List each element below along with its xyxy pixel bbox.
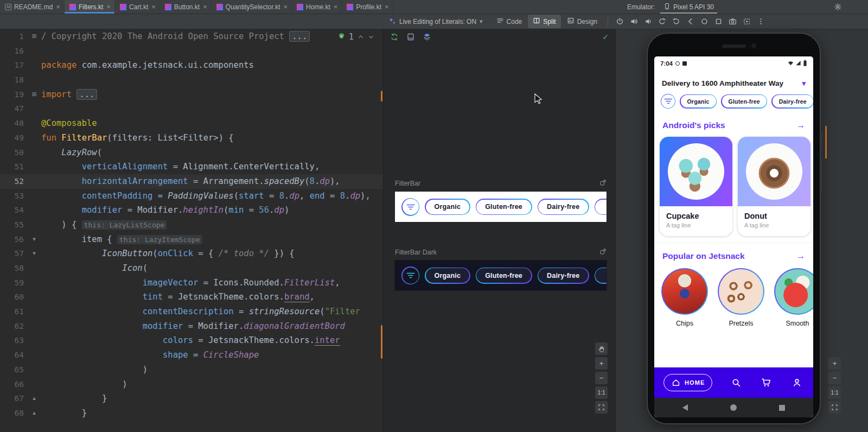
popular-item-pretzels[interactable]: Pretzels xyxy=(717,268,765,327)
fold-marker[interactable]: ⊞ xyxy=(27,29,41,44)
line-number: 17 xyxy=(0,58,27,73)
emulator-device-tab[interactable]: Pixel 5 API 30 xyxy=(660,0,717,14)
close-icon[interactable]: × xyxy=(203,3,207,10)
power-icon[interactable] xyxy=(614,16,626,28)
zoom-actual-button[interactable]: 1:1 xyxy=(828,386,841,399)
code-text: ) xyxy=(41,377,383,392)
android-back-button[interactable] xyxy=(682,404,688,411)
code-editor[interactable]: 1⊞/ Copyright 2020 The Android Open Sour… xyxy=(0,29,384,432)
code-text: verticalAlignment = Alignment.CenterVert… xyxy=(41,160,383,174)
section-title: Popular on Jetsnack xyxy=(662,251,745,261)
popular-item-smooth[interactable]: Smooth xyxy=(774,268,813,327)
filters-button[interactable] xyxy=(661,94,675,109)
tab-label: Cart.kt xyxy=(129,3,148,11)
snack-card-cupcake[interactable]: CupcakeA tag line xyxy=(660,137,732,236)
tab-cart-kt[interactable]: Cart.kt× xyxy=(115,0,160,14)
tab-quantityselector-kt[interactable]: QuantitySelector.kt× xyxy=(212,0,292,14)
nav-home-button[interactable]: HOME xyxy=(663,374,712,391)
close-icon[interactable]: × xyxy=(151,3,156,10)
close-icon[interactable]: × xyxy=(385,3,389,10)
delivery-selector[interactable]: Delivery to 1600 Amphitheater Way ▾ xyxy=(654,70,813,92)
status-time: 7:04 xyxy=(660,60,673,67)
fold-marker[interactable]: ▾ xyxy=(27,246,41,261)
fold-gutter xyxy=(27,73,41,87)
rotate-left-icon[interactable] xyxy=(656,16,668,28)
filter-chip-organic: Organic xyxy=(425,199,470,215)
export-icon[interactable] xyxy=(599,248,607,257)
tab-profile-kt[interactable]: Profile.kt× xyxy=(342,0,393,14)
zoom-fit-button[interactable] xyxy=(828,401,841,414)
export-icon[interactable] xyxy=(599,179,607,188)
tab-button-kt[interactable]: Button.kt× xyxy=(160,0,212,14)
fold-marker[interactable]: ▴ xyxy=(27,406,41,421)
zoom-in-button[interactable]: + xyxy=(595,357,608,370)
line-number: 48 xyxy=(0,116,27,131)
next-problem-icon[interactable] xyxy=(368,34,374,40)
inspection-widget[interactable]: 1 xyxy=(338,31,374,42)
volume-down-icon[interactable] xyxy=(642,16,654,28)
fold-marker[interactable]: ⊞ xyxy=(27,87,41,102)
emulator-label: Emulator: xyxy=(627,3,655,11)
zoom-fit-button[interactable] xyxy=(595,401,608,414)
tab-home-kt[interactable]: Home.kt× xyxy=(292,0,342,14)
filter-chip-dairy-free[interactable]: Dairy-free xyxy=(771,94,813,109)
close-icon[interactable]: × xyxy=(334,3,338,10)
filter-chip-organic[interactable]: Organic xyxy=(680,94,717,109)
chip-row: OrganicGluten-freeDairy-free xyxy=(425,199,607,215)
home-icon[interactable] xyxy=(698,16,711,28)
zoom-actual-button[interactable]: 1:1 xyxy=(595,386,608,399)
code-line-1: 1⊞/ Copyright 2020 The Android Open Sour… xyxy=(0,29,383,44)
build-refresh-icon[interactable] xyxy=(390,33,399,41)
line-number: 50 xyxy=(0,145,27,160)
view-mode-design[interactable]: Design xyxy=(562,15,602,28)
tab-readme-md[interactable]: README.md× xyxy=(0,0,65,14)
close-icon[interactable]: × xyxy=(56,3,60,10)
screenshot-icon[interactable] xyxy=(741,16,753,28)
search-icon[interactable] xyxy=(729,376,743,390)
camera-icon[interactable] xyxy=(726,16,739,28)
gear-icon[interactable] xyxy=(834,3,842,11)
emulator-panel: 7:04 Delivery to 1600 Amphitheater Way ▾ xyxy=(616,29,868,432)
zoom-in-button[interactable]: + xyxy=(828,357,841,370)
fold-marker[interactable]: ▾ xyxy=(27,232,41,247)
volume-up-icon[interactable] xyxy=(628,16,640,28)
layers-icon[interactable] xyxy=(423,33,431,41)
zoom-out-button[interactable]: − xyxy=(828,372,841,384)
live-edit-literals-control[interactable]: Live Editing of Literals: ON ▾ xyxy=(382,17,488,27)
cupcake-photo xyxy=(668,143,724,200)
more-vert-icon[interactable] xyxy=(755,16,767,28)
filter-button xyxy=(401,198,419,216)
back-icon[interactable] xyxy=(684,16,697,28)
android-home-button[interactable] xyxy=(730,404,737,411)
close-icon[interactable]: × xyxy=(284,3,288,10)
phone-power-button xyxy=(820,131,822,151)
profile-icon[interactable] xyxy=(790,376,804,390)
fold-gutter xyxy=(27,333,41,348)
code-line-53: 53 contentPadding = PaddingValues(start … xyxy=(0,189,383,204)
tab-filters-kt[interactable]: Filters.kt× xyxy=(65,0,115,14)
cart-icon[interactable] xyxy=(760,376,774,390)
editor-tab-bar: README.md×Filters.kt×Cart.kt×Button.kt×Q… xyxy=(0,0,868,14)
build-icon[interactable] xyxy=(406,33,415,41)
arrow-right-icon[interactable]: → xyxy=(796,120,805,130)
popular-item-chips[interactable]: Chips xyxy=(661,268,709,327)
close-icon[interactable]: × xyxy=(106,3,111,10)
line-number: 60 xyxy=(0,290,27,304)
snack-card-donut[interactable]: DonutA tag line xyxy=(738,137,810,236)
zoom-out-button[interactable]: − xyxy=(595,372,608,384)
android-recents-button[interactable] xyxy=(779,405,785,411)
filter-chip-gluten-free[interactable]: Gluten-free xyxy=(721,94,767,109)
overview-icon[interactable] xyxy=(712,16,725,28)
code-line-62: 62 modifier = Modifier.diagonalGradientB… xyxy=(0,319,383,334)
view-mode-code[interactable]: Code xyxy=(492,15,527,28)
notification-icon xyxy=(682,61,687,66)
view-mode-split[interactable]: Split xyxy=(528,15,560,28)
fold-marker[interactable]: ▴ xyxy=(27,391,41,406)
arrow-right-icon[interactable]: → xyxy=(796,251,805,261)
prev-problem-icon[interactable] xyxy=(358,34,364,40)
pan-tool-button[interactable] xyxy=(595,342,608,355)
preview-render: OrganicGluten-freeDairy-free xyxy=(395,192,607,222)
rotate-right-icon[interactable] xyxy=(670,16,682,28)
code-line-49: 49fun FilterBar(filters: List<Filter>) { xyxy=(0,131,383,145)
code-line-18: 18 xyxy=(0,73,383,87)
